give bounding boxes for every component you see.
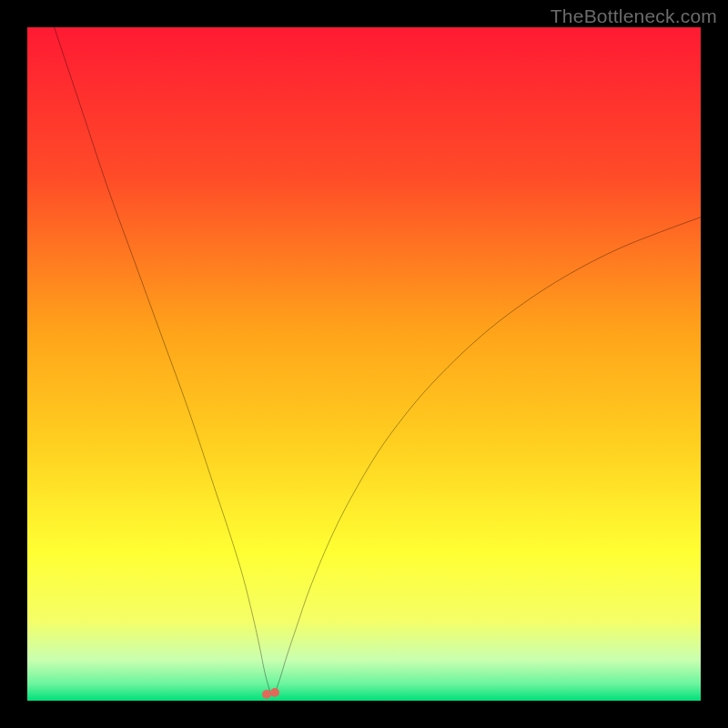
watermark-text: TheBottleneck.com [551, 5, 717, 27]
plot-area [27, 27, 701, 701]
chart-stage: TheBottleneck.com [0, 0, 728, 728]
min-marker-2 [270, 688, 279, 697]
bottleneck-curve [27, 27, 701, 701]
